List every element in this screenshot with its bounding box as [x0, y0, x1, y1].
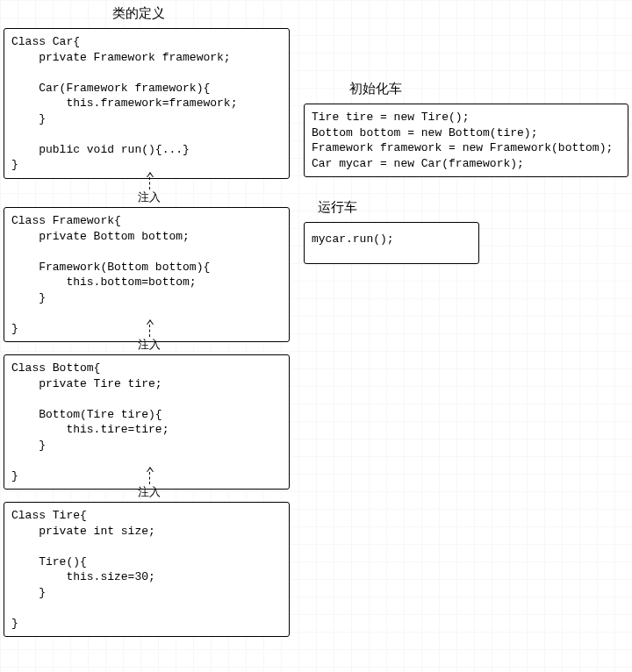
- arrow-inject-2: 注入: [114, 325, 184, 353]
- codebox-car: Class Car{ private Framework framework; …: [4, 28, 290, 179]
- heading-run-car: 运行车: [318, 199, 357, 216]
- arrow-up-icon: [147, 319, 154, 325]
- arrow-inject-1: 注入: [114, 177, 184, 205]
- codebox-run: mycar.run();: [304, 222, 479, 264]
- arrow-label-inject-2: 注入: [114, 337, 184, 353]
- arrow-label-inject-3: 注入: [114, 484, 184, 500]
- codebox-tire: Class Tire{ private int size; Tire(){ th…: [4, 502, 290, 637]
- arrow-label-inject-1: 注入: [114, 189, 184, 205]
- arrow-inject-3: 注入: [114, 472, 184, 500]
- heading-class-definition: 类的定义: [112, 5, 165, 22]
- arrow-up-icon: [147, 467, 154, 472]
- codebox-init: Tire tire = new Tire(); Bottom bottom = …: [304, 104, 628, 177]
- heading-init-car: 初始化车: [349, 81, 402, 97]
- arrow-up-icon: [147, 172, 154, 177]
